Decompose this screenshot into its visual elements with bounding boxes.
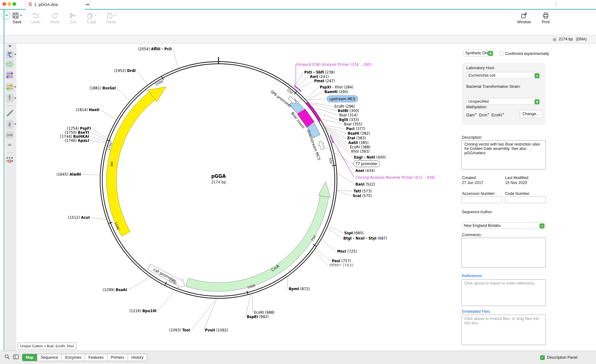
annotate-tool-button[interactable] <box>6 109 14 118</box>
save-button[interactable]: Save <box>10 12 24 24</box>
enzyme-site-label: BglII (333) <box>339 118 359 122</box>
methylation-dam: Dam+ <box>466 113 477 117</box>
strain-select[interactable]: Unspecified <box>466 98 541 105</box>
code-input[interactable] <box>505 196 546 203</box>
alignment-tool-button[interactable]: C C A C A <box>6 155 14 164</box>
references-link[interactable]: References: <box>462 274 483 278</box>
collapse-sidebar-button[interactable] <box>2 11 10 20</box>
tab-history[interactable]: History <box>128 354 147 361</box>
dotted-ruler-icon <box>6 143 13 146</box>
cut-button[interactable]: Cut <box>66 12 80 24</box>
feature-ori[interactable] <box>106 87 166 236</box>
chevron-down-icon <box>94 15 97 16</box>
close-window-button[interactable] <box>2 2 6 6</box>
leader-line <box>308 102 333 106</box>
embedded-files-box[interactable]: Click above to embed files, or drag file… <box>462 315 546 345</box>
plasmid-map-svg: cat promoter2505007501000125015001750200… <box>16 43 457 351</box>
leader-line <box>92 128 107 139</box>
author-select[interactable]: New England Biolabs <box>462 222 546 229</box>
copy-icon <box>87 12 93 19</box>
leader-line <box>204 299 217 330</box>
undo-icon <box>32 12 39 19</box>
zoom-window-button[interactable] <box>12 2 16 6</box>
leader-line <box>324 127 346 133</box>
text-tool-button[interactable]: Abc <box>6 120 14 129</box>
translation-tool-button[interactable] <box>6 71 14 79</box>
lab-host-select[interactable]: Escherichia coli <box>466 72 541 79</box>
feature-cmr[interactable] <box>186 182 331 291</box>
tab-map[interactable]: Map <box>22 354 37 361</box>
paste-button[interactable]: Paste <box>104 12 119 24</box>
undo-label: Undo <box>31 20 40 24</box>
panel-layout-icon[interactable] <box>13 354 19 361</box>
description-panel-checkbox[interactable]: ✓ <box>540 355 545 360</box>
chevron-down-icon[interactable] <box>14 54 16 55</box>
leader-line <box>137 71 147 85</box>
enzyme-tool-button[interactable]: SalI <box>6 51 14 59</box>
codon-highlight-box <box>8 160 11 163</box>
primer-tool-button[interactable] <box>6 83 14 91</box>
chevron-down-icon[interactable] <box>14 124 16 125</box>
chevron-down-icon[interactable] <box>14 97 16 99</box>
toolbar: Save Undo Redo Cut Copy Paste <box>0 10 596 35</box>
tab-sequence[interactable]: Sequence <box>37 354 62 361</box>
description-panel: Synthetic DNA Confirmed experimentally L… <box>457 43 596 351</box>
chevron-down-icon <box>540 223 544 228</box>
enzyme-site-label: AseI (434) <box>355 169 375 173</box>
accession-input[interactable] <box>462 196 502 203</box>
map-pill-label: upstream MCS <box>329 97 355 101</box>
tick-mark <box>313 244 316 246</box>
new-tab-button[interactable]: + <box>87 2 90 8</box>
plasmid-map-canvas[interactable]: cat promoter2505007501000125015001750200… <box>16 43 457 351</box>
enzyme-site-label: AarI (241) <box>310 74 329 79</box>
leader-line <box>246 294 251 317</box>
enzyme-site-label: (2054) AflIII - PciI <box>138 47 172 51</box>
tab-features[interactable]: Features <box>85 354 107 361</box>
paste-label: Paste <box>106 20 116 24</box>
code-label: Code Number: <box>505 191 530 196</box>
palette-collapse-icon[interactable] <box>8 45 11 47</box>
tab-primers[interactable]: Primers <box>107 354 128 361</box>
copy-button[interactable]: Copy <box>84 12 99 24</box>
leader-line <box>173 49 178 69</box>
molecule-type: (DNA) <box>576 37 587 41</box>
comments-label: Comments: <box>462 233 482 237</box>
created-label: Created: <box>462 176 477 180</box>
embedded-files-link[interactable]: Embedded Files: <box>462 309 491 314</box>
enzyme-site-label: (1093) TsoI <box>169 328 190 332</box>
feature-cat-promoter-arrow[interactable]: cat promoter <box>147 262 187 290</box>
map-status-box: Unique Cutters + BsaI, EcoRI, XhoI <box>18 343 76 349</box>
confirmed-checkbox[interactable] <box>499 51 503 56</box>
leader-line <box>328 226 343 233</box>
zoom-tool-icon[interactable] <box>4 354 10 361</box>
tab-enzymes[interactable]: Enzymes <box>62 354 85 361</box>
feature-t7-promoter-arrow[interactable] <box>317 140 325 150</box>
leader-line <box>252 294 253 312</box>
enzyme-site-label: MscI (725) <box>337 249 357 254</box>
enzyme-site-label: TatI (573) <box>354 189 372 193</box>
document-tab[interactable]: 1. pGGA.dna × <box>25 0 90 9</box>
window-button[interactable]: Window <box>516 12 532 24</box>
comments-box[interactable] <box>462 238 546 267</box>
minimize-window-button[interactable] <box>7 2 11 6</box>
references-box[interactable]: Click above to import or enter reference… <box>462 279 546 306</box>
redo-button[interactable]: Redo <box>48 12 62 24</box>
cut-label: Cut <box>70 20 76 24</box>
enzyme-site-label: Cloning Analysis Reverse Primer (411 .. … <box>355 175 435 180</box>
molecule-type-select[interactable]: Synthetic DNA <box>463 50 494 56</box>
base-t-letter: T <box>9 98 11 101</box>
edit-bases-tool-button[interactable]: A T <box>6 94 14 102</box>
overflow-menu-icon[interactable]: ⋮ <box>554 2 558 7</box>
description-box[interactable]: Cloning vector with two BsaI restriction… <box>462 140 546 169</box>
feature-tool-button[interactable] <box>6 60 14 68</box>
numbering-tool-button[interactable]: (123) <box>6 131 14 139</box>
chevron-down-icon[interactable] <box>14 86 16 88</box>
undo-button[interactable]: Undo <box>29 12 43 24</box>
ruler-tool-button[interactable] <box>6 142 14 148</box>
methylation-values: Dam+ Dcm+ EcoKI+ <box>466 112 504 117</box>
change-methylation-button[interactable]: Change... <box>519 110 542 118</box>
enzyme-site-label: (1754) PspFI <box>67 126 91 131</box>
window-label: Window <box>517 20 531 24</box>
author-label: Sequence Author: <box>462 210 493 214</box>
print-button[interactable]: Print <box>539 12 553 24</box>
